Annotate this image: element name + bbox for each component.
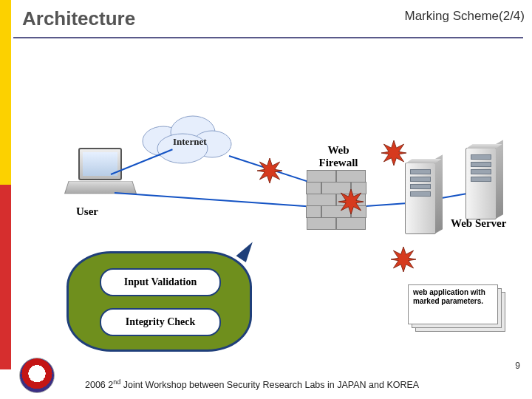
server-tower-1-icon	[405, 163, 436, 234]
callout-bubble: Input Validation Integrity Check	[66, 251, 252, 352]
link-user-to-firewall	[115, 192, 310, 207]
svg-marker-5	[381, 140, 406, 166]
svg-marker-4	[257, 158, 282, 183]
integrity-check-pill: Integrity Check	[100, 308, 221, 336]
title-underline	[13, 37, 523, 38]
footer-text: 2006 2nd Joint Workshop between Security…	[85, 378, 419, 390]
sidebar-yellow	[0, 0, 11, 185]
footer-rest: Joint Workshop between Security Research…	[120, 380, 419, 390]
sidebar-red	[0, 185, 11, 369]
attack-starburst-icon	[257, 158, 282, 183]
web-server-label: Web Server	[451, 217, 506, 230]
svg-marker-7	[391, 247, 416, 272]
slide-title: Architecture	[22, 7, 135, 30]
note-front: web application with marked parameters.	[408, 284, 498, 324]
user-label: User	[76, 205, 98, 218]
attack-starburst-icon	[391, 247, 416, 272]
attack-starburst-icon	[381, 140, 406, 166]
footer-prefix: 2006 2	[85, 380, 113, 390]
svg-marker-6	[338, 189, 364, 214]
slide-number: 9	[515, 361, 520, 371]
scheme-label: Marking Scheme(2/4)	[404, 9, 525, 24]
side-color-bar	[0, 0, 11, 369]
marked-parameters-note-stack: web application with marked parameters.	[408, 284, 504, 330]
note-text: web application with marked parameters.	[409, 285, 497, 308]
input-validation-pill: Input Validation	[100, 268, 221, 296]
slide: Architecture Marking Scheme(2/4) Interne…	[0, 0, 532, 399]
web-firewall-label: Web Firewall	[309, 144, 368, 169]
footer-ordinal: nd	[113, 378, 120, 386]
internet-label: Internet	[173, 136, 207, 148]
server-tower-2-icon	[466, 148, 497, 219]
organization-logo-icon	[19, 358, 55, 393]
attack-starburst-icon	[338, 189, 364, 214]
link-firewall-to-server1	[366, 202, 410, 207]
laptop-icon	[66, 148, 133, 200]
